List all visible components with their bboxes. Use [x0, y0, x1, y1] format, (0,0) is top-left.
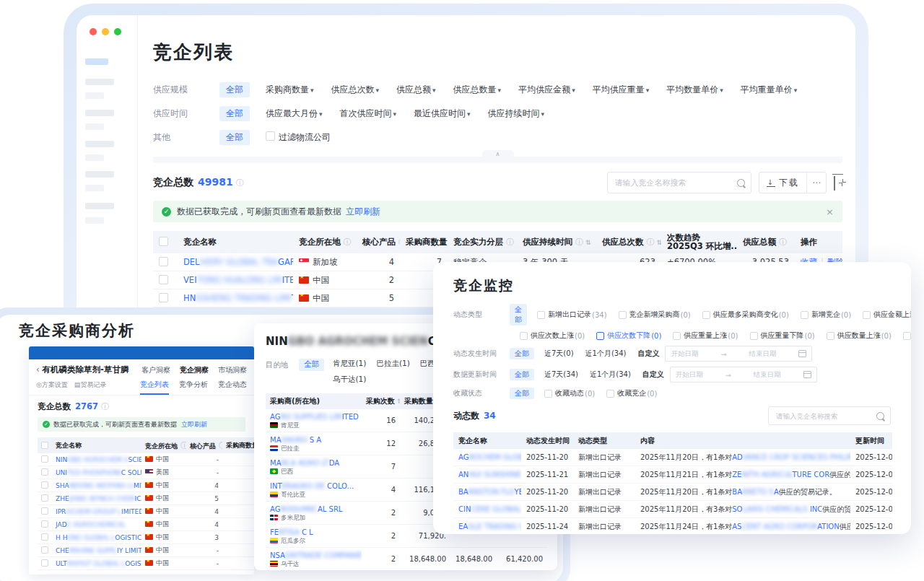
refresh-now-link[interactable]: 立即刷新 [346, 206, 380, 218]
filter-checkbox-item[interactable]: 供应次数下降(0) [596, 331, 661, 341]
date-range-input[interactable]: 开始日期→结束日期 [665, 346, 812, 362]
filter-checkbox-item[interactable]: 供应数量上涨(0) [827, 331, 892, 341]
breadcrumb[interactable]: ‹有机磷类除草剂-草甘膦 [36, 364, 128, 375]
checkbox[interactable] [596, 332, 604, 340]
filter-checkbox-item[interactable]: 新增出口记录(34) [537, 310, 607, 320]
row-checkbox[interactable] [41, 533, 48, 541]
checkbox[interactable] [544, 390, 552, 398]
quick-date-option[interactable]: 近1个月(34) [585, 349, 627, 359]
filter-checkbox-item[interactable]: 新增竞企(0) [801, 310, 851, 320]
company-name-link[interactable]: HNGSHENG TRADING LIMITED [183, 293, 293, 303]
select-all-checkbox[interactable] [41, 442, 48, 449]
company-name-link[interactable]: SOLARIS CHEMICALS INC [732, 505, 822, 513]
checkbox[interactable] [673, 332, 681, 340]
checkbox[interactable] [619, 311, 627, 319]
subtab-竞争分析[interactable]: 竞争分析 [179, 380, 208, 390]
tab-竞企洞察[interactable]: 竞企洞察 [180, 365, 209, 375]
checkbox[interactable] [537, 311, 545, 319]
filter-all-chip[interactable]: 全部 [219, 130, 250, 145]
more-options-button[interactable]: ⋯ [806, 172, 826, 193]
filter-dropdown[interactable]: 最近供应时间▾ [414, 108, 471, 120]
checkbox[interactable] [863, 311, 871, 319]
row-checkbox[interactable] [41, 481, 48, 489]
company-name-link[interactable]: JADE AGROCHEMICAL [56, 521, 126, 528]
delete-button[interactable] [834, 176, 835, 190]
row-checkbox[interactable] [41, 546, 48, 554]
company-name-link[interactable]: MARCA AGRO LTDA [270, 459, 339, 467]
company-name-link[interactable]: MAXAGRO S A [270, 436, 321, 444]
sort-icon[interactable]: ⇅ [397, 398, 400, 405]
filter-dropdown[interactable]: 供应总额▾ [396, 84, 436, 96]
filter-checkbox-item[interactable]: 收藏竞企(0) [606, 388, 657, 398]
info-icon[interactable]: ⓘ [647, 237, 655, 247]
company-name-link[interactable]: ZENITH AGRICULTURE COR [732, 471, 829, 479]
info-icon[interactable]: ⓘ [575, 237, 583, 247]
select-all-checkbox[interactable] [159, 237, 168, 246]
row-checkbox[interactable] [41, 494, 48, 502]
filter-checkbox-item[interactable]: 供应重量下降(0) [750, 331, 815, 341]
company-name-link[interactable]: AGROQUIMICAL SRL [270, 505, 342, 513]
row-checkbox[interactable] [41, 520, 48, 528]
filter-dropdown[interactable]: 首次供应时间▾ [340, 108, 397, 120]
company-name-link[interactable]: EAGLE TRADING CO [458, 523, 521, 530]
search-icon[interactable] [876, 412, 884, 420]
banner-close-icon[interactable]: × [826, 206, 834, 217]
tab-客户洞察[interactable]: 客户洞察 [141, 365, 170, 375]
company-name-link[interactable]: UNITED PHOSPHONIC SOLUTI... [56, 469, 141, 476]
destination-all-chip[interactable]: 全部 [299, 359, 324, 371]
checkbox[interactable] [827, 332, 834, 340]
checkbox[interactable] [801, 311, 808, 319]
company-name-link[interactable]: BARRETO SA [732, 488, 778, 496]
company-name-link[interactable]: NSAGRITRADE COMPANIES LI... [270, 551, 362, 559]
filter-checkbox-item[interactable]: 过滤物流公司 [266, 131, 331, 144]
destination-option[interactable]: 乌干达(1) [333, 375, 366, 385]
company-name-link[interactable]: ASCENT AGRO CORPORATION [732, 523, 839, 530]
company-name-link[interactable]: DELIVERY GLOBAL TRAGAP... [183, 257, 293, 267]
date-range-input[interactable]: 开始日期→结束日期 [670, 367, 817, 383]
company-name-link[interactable]: H HENG GLOBAL LOGISTICS C... [56, 534, 141, 541]
destination-option[interactable]: 肯尼亚(1) [333, 359, 366, 369]
row-checkbox[interactable] [41, 455, 48, 463]
quick-date-option[interactable]: 近7天(0) [544, 349, 574, 359]
filter-all-chip[interactable]: 全部 [510, 369, 534, 380]
refresh-now-link[interactable]: 立即刷新 [181, 420, 207, 429]
collapse-chevron-icon[interactable]: ∧ [482, 150, 514, 159]
filter-checkbox-item[interactable]: 供应次数上涨(0) [520, 331, 585, 341]
filter-checkbox-item[interactable]: 供应重量上涨(0) [673, 331, 738, 341]
row-checkbox[interactable] [41, 468, 48, 476]
checkbox[interactable] [606, 390, 614, 398]
search-input[interactable] [614, 178, 718, 188]
info-icon[interactable]: ⓘ [219, 441, 222, 450]
back-icon[interactable]: ‹ [36, 364, 40, 375]
filter-all-chip[interactable]: 全部 [219, 106, 250, 121]
download-button[interactable]: ↓下载 [759, 177, 806, 189]
company-name-link[interactable]: VEITONG HUALONG LIMITED [183, 275, 293, 285]
info-icon[interactable]: ⓘ [779, 237, 787, 247]
row-checkbox[interactable] [41, 559, 48, 567]
filter-checkbox-item[interactable]: 供应数量下降(0) [903, 331, 911, 341]
filter-checkbox-item[interactable]: 竞企新增采购商(0) [619, 310, 691, 320]
filter-dropdown[interactable]: 平均重量单价▾ [741, 84, 798, 96]
checkbox[interactable] [266, 131, 275, 141]
company-name-link[interactable]: ANHUI SUNSHINE BIO... [458, 471, 521, 479]
row-checkbox[interactable] [159, 293, 168, 302]
info-icon[interactable]: ⓘ [344, 237, 352, 247]
filter-dropdown[interactable]: 采购商数量▾ [266, 84, 314, 96]
filter-dropdown[interactable]: 平均数量单价▾ [666, 84, 723, 96]
monitor-search-input[interactable] [775, 411, 861, 421]
checkbox[interactable] [520, 332, 528, 340]
checkbox[interactable] [750, 332, 758, 340]
subtab-竞企列表[interactable]: 竞企列表 [140, 380, 169, 395]
company-name-link[interactable]: AGROCHEM GLOBAL INT... [458, 453, 521, 461]
filter-dropdown[interactable]: 平均供应重量▾ [593, 84, 650, 96]
plan-settings-link[interactable]: ◎方案设置 [36, 380, 68, 390]
row-checkbox[interactable] [159, 275, 168, 284]
filter-dropdown[interactable]: 供应持续时间▾ [488, 108, 545, 120]
company-name-link[interactable]: BARNSTON FLOYER ... [458, 488, 521, 496]
info-icon[interactable]: ⓘ [398, 237, 400, 247]
tab-市场洞察[interactable]: 市场洞察 [218, 365, 247, 375]
info-icon[interactable]: ⓘ [180, 441, 186, 450]
filter-dropdown[interactable]: 平均供应金额▾ [518, 84, 575, 96]
filter-all-chip[interactable]: 全部 [510, 348, 534, 359]
destination-option[interactable]: 巴拉圭(1) [376, 359, 409, 369]
